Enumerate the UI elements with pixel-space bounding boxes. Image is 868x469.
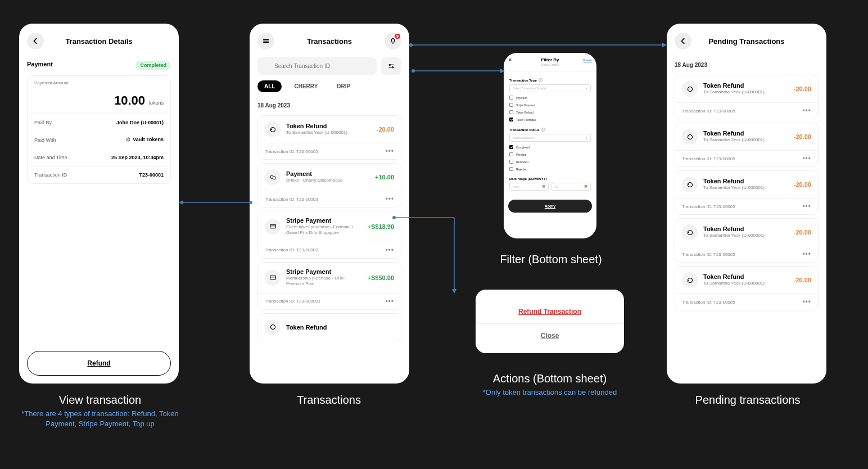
more-actions-button[interactable]: •••	[802, 202, 811, 210]
more-actions-button[interactable]: •••	[802, 107, 811, 115]
transaction-card[interactable]: Token Refund	[257, 313, 401, 341]
back-button[interactable]	[27, 33, 44, 49]
checkbox-icon	[509, 145, 513, 149]
section-heading: Payment	[27, 61, 53, 67]
refund-action[interactable]: Refund Transaction	[476, 300, 624, 324]
date-header: 18 Aug 2023	[250, 98, 409, 112]
transaction-type-icon	[265, 169, 281, 185]
amount-value: 10.00	[114, 93, 145, 107]
type-select[interactable]: Select Transaction Type(s)▾	[509, 84, 591, 92]
transaction-card[interactable]: Stripe PaymentMembership purchase - DRIP…	[257, 262, 401, 310]
transaction-card[interactable]: Token RefundTo Samantha Yeck (U-000001)-…	[257, 115, 401, 160]
svg-marker-24	[452, 289, 456, 294]
chip-cherry[interactable]: CHERRY	[287, 80, 324, 92]
notifications-button[interactable]: 9	[385, 33, 401, 49]
checkbox-icon	[509, 118, 513, 121]
svg-point-14	[409, 43, 413, 47]
close-button[interactable]: ✕	[508, 57, 516, 65]
transaction-card[interactable]: Stripe PaymentEvent ticket purchase - Fo…	[257, 211, 401, 259]
apply-button[interactable]: Apply	[508, 200, 592, 213]
transaction-card[interactable]: Token RefundTo Samantha Yeck (U-000001)-…	[675, 123, 819, 167]
refund-icon	[682, 177, 698, 192]
notification-count-badge: 9	[395, 34, 400, 39]
transaction-type-icon	[265, 319, 281, 335]
refund-button[interactable]: Refund	[27, 351, 171, 376]
close-action[interactable]: Close	[476, 324, 624, 348]
more-actions-button[interactable]: •••	[802, 155, 811, 163]
checkbox-option[interactable]: Token Refund	[509, 109, 591, 116]
more-actions-button[interactable]: •••	[385, 246, 394, 254]
svg-point-17	[412, 69, 415, 73]
checkbox-icon	[509, 96, 513, 100]
refund-icon	[682, 224, 698, 240]
reset-link[interactable]: Reset	[583, 58, 592, 62]
transaction-type-icon	[265, 121, 281, 137]
refund-icon	[682, 129, 698, 145]
date-to-input[interactable]: To📅	[551, 183, 591, 191]
checkbox-option[interactable]: Completed	[509, 143, 591, 151]
checkbox-option[interactable]: Pending	[509, 151, 591, 158]
status-badge: Completed	[135, 61, 171, 70]
more-actions-button[interactable]: •••	[802, 250, 811, 258]
checkbox-option[interactable]: Payment	[509, 94, 591, 101]
more-actions-button[interactable]: •••	[385, 147, 394, 155]
menu-button[interactable]	[257, 33, 274, 49]
checkbox-icon	[509, 110, 513, 114]
chip-all[interactable]: ALL	[257, 80, 282, 92]
search-input[interactable]	[257, 57, 377, 75]
transaction-card[interactable]: Token RefundTo Samantha Yeck (U-000001)-…	[675, 75, 819, 119]
checkbox-option[interactable]: Refunded	[509, 158, 591, 165]
transaction-card[interactable]: Token RefundTo Samantha Yeck (U-000001)-…	[675, 218, 819, 263]
transaction-type-icon	[265, 219, 281, 234]
info-icon: i	[539, 78, 542, 82]
checkbox-option[interactable]: Stripe Payment	[509, 101, 591, 109]
more-actions-button[interactable]: •••	[802, 298, 811, 306]
amount-label: Payment Amount	[28, 76, 170, 85]
more-actions-button[interactable]: •••	[385, 195, 394, 203]
transaction-card[interactable]: Token RefundTo Samantha Yeck (U-000001)-…	[675, 170, 819, 215]
back-button[interactable]	[675, 33, 691, 49]
checkbox-icon	[509, 160, 513, 164]
filter-title: Filter By	[541, 57, 559, 62]
info-icon: i	[541, 128, 545, 132]
transaction-card[interactable]: PaymentDrinks - Cherry Discotheque+10.00…	[257, 163, 401, 208]
filter-button[interactable]	[381, 57, 401, 75]
chip-drip[interactable]: DRIP	[330, 80, 357, 92]
refund-icon	[682, 81, 698, 97]
svg-marker-22	[179, 200, 183, 205]
checkbox-option[interactable]: Rejected	[509, 165, 591, 173]
checkbox-icon	[509, 103, 513, 107]
status-select[interactable]: Select Status(es)▾	[509, 134, 591, 142]
more-actions-button[interactable]: •••	[385, 297, 394, 305]
transaction-type-icon	[265, 270, 281, 286]
svg-marker-16	[662, 43, 667, 47]
transaction-id: T23-00001	[139, 172, 164, 178]
checkbox-icon	[509, 152, 513, 156]
refund-icon	[682, 272, 698, 288]
checkbox-option[interactable]: Token Purchase	[509, 116, 591, 123]
transaction-card[interactable]: Token RefundTo Samantha Yeck (U-000001)-…	[675, 266, 819, 310]
date-header: 18 Aug 2023	[667, 57, 826, 71]
date-from-input[interactable]: From📅	[509, 183, 549, 191]
checkbox-icon	[509, 167, 513, 171]
